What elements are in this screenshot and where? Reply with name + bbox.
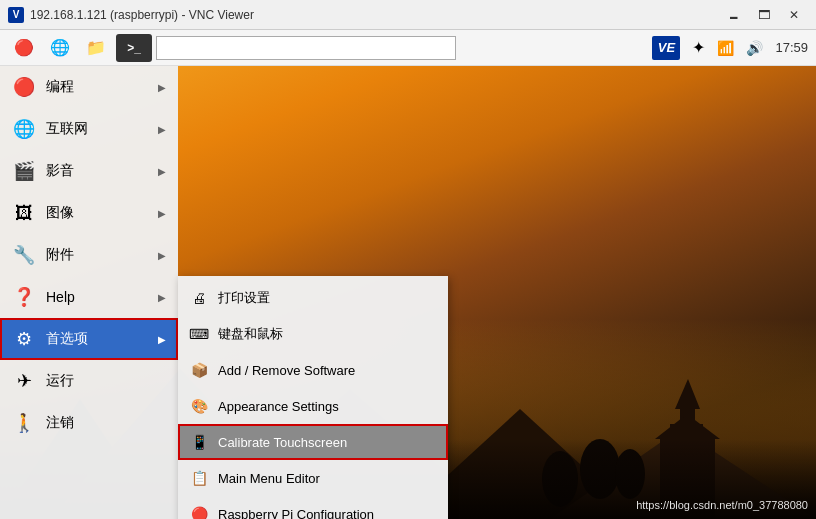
sidebar-item-help[interactable]: ❓ Help ▶ xyxy=(0,276,178,318)
sidebar-item-image[interactable]: 🖼 图像 ▶ xyxy=(0,192,178,234)
submenu-label-raspberry-pi-config: Raspberry Pi Configuration xyxy=(218,507,374,520)
globe-icon: 🌐 xyxy=(50,38,70,57)
window-controls: 🗕 🗖 ✕ xyxy=(720,4,808,26)
submenu-label-print-settings: 打印设置 xyxy=(218,289,270,307)
programming-icon: 🔴 xyxy=(12,75,36,99)
sidebar-label-programming: 编程 xyxy=(46,78,158,96)
close-button[interactable]: ✕ xyxy=(780,4,808,26)
submenu-item-print-settings[interactable]: 🖨 打印设置 xyxy=(178,280,448,316)
sidebar-label-accessories: 附件 xyxy=(46,246,158,264)
folder-button[interactable]: 📁 xyxy=(80,34,112,62)
arrow-icon: ▶ xyxy=(158,292,166,303)
sidebar-label-run: 运行 xyxy=(46,372,166,390)
submenu-label-keyboard-mouse: 键盘和鼠标 xyxy=(218,325,283,343)
volume-icon: 🔊 xyxy=(746,40,763,56)
maximize-button[interactable]: 🗖 xyxy=(750,4,778,26)
submenu-item-add-remove-software[interactable]: 📦 Add / Remove Software xyxy=(178,352,448,388)
logout-icon: 🚶 xyxy=(12,411,36,435)
wifi-icon: 📶 xyxy=(717,40,734,56)
submenu-item-main-menu-editor[interactable]: 📋 Main Menu Editor xyxy=(178,460,448,496)
folder-icon: 📁 xyxy=(86,38,106,57)
submenu-item-raspberry-pi-config[interactable]: 🔴 Raspberry Pi Configuration xyxy=(178,496,448,519)
app-icon: V xyxy=(8,7,24,23)
arrow-icon: ▶ xyxy=(158,208,166,219)
terminal-icon: >_ xyxy=(127,41,141,55)
submenu-item-calibrate-touchscreen[interactable]: 📱 Calibrate Touchscreen xyxy=(178,424,448,460)
submenu-item-keyboard-mouse[interactable]: ⌨ 键盘和鼠标 xyxy=(178,316,448,352)
arrow-icon: ▶ xyxy=(158,82,166,93)
sidebar-label-logout: 注销 xyxy=(46,414,166,432)
address-bar[interactable] xyxy=(156,36,456,60)
clock: 17:59 xyxy=(775,40,808,55)
sidebar-item-programming[interactable]: 🔴 编程 ▶ xyxy=(0,66,178,108)
submenu-preferences: 🖨 打印设置 ⌨ 键盘和鼠标 📦 Add / Remove Software 🎨… xyxy=(178,276,448,519)
package-icon: 📦 xyxy=(188,359,210,381)
bluetooth-icon: ✦ xyxy=(692,38,705,57)
minimize-button[interactable]: 🗕 xyxy=(720,4,748,26)
image-icon: 🖼 xyxy=(12,201,36,225)
internet-icon: 🌐 xyxy=(12,117,36,141)
sidebar-item-internet[interactable]: 🌐 互联网 ▶ xyxy=(0,108,178,150)
sidebar-item-accessories[interactable]: 🔧 附件 ▶ xyxy=(0,234,178,276)
submenu-label-main-menu-editor: Main Menu Editor xyxy=(218,471,320,486)
globe-button[interactable]: 🌐 xyxy=(44,34,76,62)
sidebar-label-image: 图像 xyxy=(46,204,158,222)
submenu-label-calibrate-touchscreen: Calibrate Touchscreen xyxy=(218,435,347,450)
url-watermark: https://blog.csdn.net/m0_37788080 xyxy=(636,499,808,511)
arrow-icon: ▶ xyxy=(158,334,166,345)
title-bar: V 192.168.1.121 (raspberrypi) - VNC View… xyxy=(0,0,816,30)
menu-editor-icon: 📋 xyxy=(188,467,210,489)
sidebar-item-preferences[interactable]: ⚙ 首选项 ▶ xyxy=(0,318,178,360)
sidebar-label-help: Help xyxy=(46,289,158,305)
ve-badge: VE xyxy=(652,36,680,60)
accessories-icon: 🔧 xyxy=(12,243,36,267)
help-icon: ❓ xyxy=(12,285,36,309)
terminal-button[interactable]: >_ xyxy=(116,34,152,62)
submenu-label-appearance-settings: Appearance Settings xyxy=(218,399,339,414)
submenu-label-add-remove-software: Add / Remove Software xyxy=(218,363,355,378)
keyboard-icon: ⌨ xyxy=(188,323,210,345)
sidebar-label-preferences: 首选项 xyxy=(46,330,158,348)
sidebar: 🔴 编程 ▶ 🌐 互联网 ▶ 🎬 影音 ▶ 🖼 图像 ▶ 🔧 附件 ▶ ❓ He… xyxy=(0,66,178,519)
raspberry-button[interactable]: 🔴 xyxy=(8,34,40,62)
arrow-icon: ▶ xyxy=(158,124,166,135)
run-icon: ✈ xyxy=(12,369,36,393)
media-icon: 🎬 xyxy=(12,159,36,183)
submenu-item-appearance-settings[interactable]: 🎨 Appearance Settings xyxy=(178,388,448,424)
sidebar-label-media: 影音 xyxy=(46,162,158,180)
sidebar-item-run[interactable]: ✈ 运行 xyxy=(0,360,178,402)
toolbar: 🔴 🌐 📁 >_ VE ✦ 📶 🔊 17:59 xyxy=(0,30,816,66)
sidebar-label-internet: 互联网 xyxy=(46,120,158,138)
arrow-icon: ▶ xyxy=(158,250,166,261)
raspberry-icon: 🔴 xyxy=(14,38,34,57)
window-title: 192.168.1.121 (raspberrypi) - VNC Viewer xyxy=(30,8,720,22)
main-area: https://blog.csdn.net/m0_37788080 🔴 编程 ▶… xyxy=(0,66,816,519)
arrow-icon: ▶ xyxy=(158,166,166,177)
appearance-icon: 🎨 xyxy=(188,395,210,417)
print-icon: 🖨 xyxy=(188,287,210,309)
touchscreen-icon: 📱 xyxy=(188,431,210,453)
toolbar-right: VE ✦ 📶 🔊 17:59 xyxy=(652,36,808,60)
sidebar-item-media[interactable]: 🎬 影音 ▶ xyxy=(0,150,178,192)
sidebar-item-logout[interactable]: 🚶 注销 xyxy=(0,402,178,444)
preferences-icon: ⚙ xyxy=(12,327,36,351)
raspberry-config-icon: 🔴 xyxy=(188,503,210,519)
